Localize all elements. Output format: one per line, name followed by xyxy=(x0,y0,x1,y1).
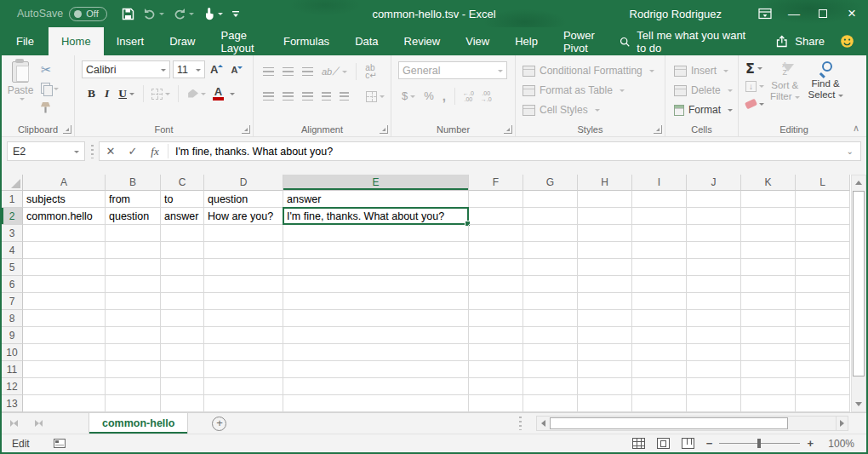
row-header-2[interactable]: 2 xyxy=(2,208,23,225)
cell-B9[interactable] xyxy=(106,327,161,344)
cell-styles-dropdown-icon[interactable] xyxy=(595,109,600,114)
column-header-J[interactable]: J xyxy=(687,175,741,191)
cell-D2[interactable]: How are you? xyxy=(204,208,283,225)
font-color-dropdown-icon[interactable] xyxy=(230,93,235,98)
cell-D6[interactable] xyxy=(204,276,283,293)
cell-K5[interactable] xyxy=(741,259,796,276)
cell-H1[interactable] xyxy=(578,191,632,208)
increase-font-size-button[interactable]: A xyxy=(208,63,226,76)
row-header-11[interactable]: 11 xyxy=(2,361,23,378)
cell-L11[interactable] xyxy=(796,361,850,378)
expand-formula-bar-icon[interactable]: ⌄ xyxy=(847,147,860,156)
clear-dropdown-icon[interactable] xyxy=(759,103,764,108)
scroll-up-button[interactable] xyxy=(852,175,865,190)
cell-E8[interactable] xyxy=(283,310,469,327)
zoom-in-button[interactable]: + xyxy=(807,437,814,450)
underline-dropdown-icon[interactable] xyxy=(129,93,134,98)
alignment-dialog-launcher[interactable] xyxy=(380,125,388,134)
cell-F7[interactable] xyxy=(469,293,523,310)
align-bottom-button[interactable] xyxy=(299,66,317,78)
tab-review[interactable]: Review xyxy=(391,27,454,55)
cell-J1[interactable] xyxy=(687,191,741,208)
undo-button[interactable] xyxy=(140,3,167,24)
cell-A5[interactable] xyxy=(23,259,106,276)
cell-J5[interactable] xyxy=(687,259,741,276)
delete-cells-button[interactable]: Delete xyxy=(674,81,733,100)
cell-F3[interactable] xyxy=(469,225,523,242)
cell-G13[interactable] xyxy=(523,395,578,412)
row-header-12[interactable]: 12 xyxy=(2,378,23,395)
cell-H10[interactable] xyxy=(578,344,632,361)
cell-B11[interactable] xyxy=(106,361,161,378)
cell-K13[interactable] xyxy=(741,395,796,412)
cell-L9[interactable] xyxy=(796,327,850,344)
ribbon-display-options-button[interactable] xyxy=(751,0,779,27)
cell-K3[interactable] xyxy=(741,225,796,242)
cell-D8[interactable] xyxy=(204,310,283,327)
cell-J6[interactable] xyxy=(687,276,741,293)
column-header-H[interactable]: H xyxy=(578,175,632,191)
column-header-B[interactable]: B xyxy=(106,175,161,191)
row-header-5[interactable]: 5 xyxy=(2,259,23,276)
cell-D5[interactable] xyxy=(204,259,283,276)
row-header-8[interactable]: 8 xyxy=(2,310,23,327)
cell-C6[interactable] xyxy=(161,276,204,293)
increase-decimal-button[interactable]: ←.0.00 xyxy=(460,90,477,102)
format-as-table-button[interactable]: Format as Table xyxy=(523,81,660,100)
borders-dropdown-icon[interactable] xyxy=(165,93,170,98)
cell-K12[interactable] xyxy=(741,378,796,395)
redo-dropdown-icon[interactable] xyxy=(189,13,194,18)
cell-F9[interactable] xyxy=(469,327,523,344)
cell-H12[interactable] xyxy=(578,378,632,395)
number-format-dropdown-icon[interactable] xyxy=(498,70,503,75)
save-button[interactable] xyxy=(119,3,137,24)
cell-A12[interactable] xyxy=(23,378,106,395)
column-header-K[interactable]: K xyxy=(741,175,796,191)
new-sheet-button[interactable]: + xyxy=(212,417,226,431)
cell-D13[interactable] xyxy=(204,395,283,412)
cell-L8[interactable] xyxy=(796,310,850,327)
undo-dropdown-icon[interactable] xyxy=(159,13,164,18)
user-name[interactable]: Rodrigo Rodriguez xyxy=(630,8,722,20)
percent-style-button[interactable]: % xyxy=(420,88,437,104)
cell-C2[interactable]: answer xyxy=(161,208,204,225)
cell-E13[interactable] xyxy=(283,395,469,412)
cell-C8[interactable] xyxy=(161,310,204,327)
sheet-tab-common-hello[interactable]: common-hello xyxy=(89,413,188,434)
number-format-combo[interactable]: General xyxy=(398,61,507,79)
cell-E11[interactable] xyxy=(283,361,469,378)
cell-A3[interactable] xyxy=(23,225,106,242)
underline-button[interactable]: U xyxy=(114,87,139,101)
cell-K8[interactable] xyxy=(741,310,796,327)
column-header-I[interactable]: I xyxy=(632,175,687,191)
cell-F5[interactable] xyxy=(469,259,523,276)
cell-F1[interactable] xyxy=(469,191,523,208)
cell-H5[interactable] xyxy=(578,259,632,276)
horizontal-scrollbar[interactable] xyxy=(536,416,842,431)
cell-I1[interactable] xyxy=(632,191,687,208)
row-header-7[interactable]: 7 xyxy=(2,293,23,310)
cell-B13[interactable] xyxy=(106,395,161,412)
cell-styles-button[interactable]: Cell Styles xyxy=(523,101,660,119)
cell-C9[interactable] xyxy=(161,327,204,344)
cell-G12[interactable] xyxy=(523,378,578,395)
align-left-button[interactable] xyxy=(260,90,277,103)
cell-F4[interactable] xyxy=(469,242,523,259)
tab-bar-drag-handle[interactable] xyxy=(519,417,522,430)
zoom-slider-thumb[interactable] xyxy=(757,439,761,448)
minimize-button[interactable]: — xyxy=(779,0,808,27)
cell-B1[interactable]: from xyxy=(106,191,161,208)
cell-K9[interactable] xyxy=(741,327,796,344)
column-header-F[interactable]: F xyxy=(469,175,523,191)
cell-A13[interactable] xyxy=(23,395,106,412)
formula-bar-drag-handle[interactable] xyxy=(91,145,94,158)
row-header-4[interactable]: 4 xyxy=(2,242,23,259)
cell-D12[interactable] xyxy=(204,378,283,395)
zoom-slider[interactable] xyxy=(719,443,800,444)
cell-D1[interactable]: question xyxy=(204,191,283,208)
cell-L13[interactable] xyxy=(796,395,850,412)
cell-B7[interactable] xyxy=(106,293,161,310)
cell-I4[interactable] xyxy=(632,242,687,259)
increase-indent-button[interactable] xyxy=(336,90,352,103)
cell-G8[interactable] xyxy=(523,310,578,327)
